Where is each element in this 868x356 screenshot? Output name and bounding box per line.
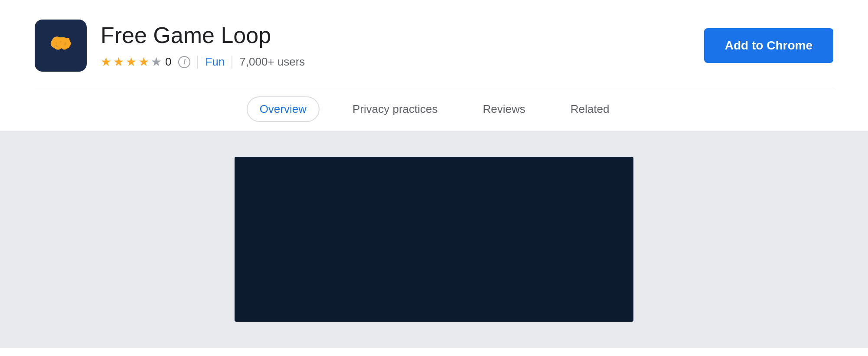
app-icon: ∞: [35, 20, 87, 72]
app-details: Free Game Loop ★ ★ ★ ★ ★ 0 i Fun 7,000+ …: [101, 20, 305, 69]
svg-text:∞: ∞: [52, 30, 69, 56]
nav-tabs: Overview Privacy practices Reviews Relat…: [247, 96, 622, 122]
info-icon[interactable]: i: [178, 56, 190, 68]
star-5: ★: [151, 55, 162, 69]
header: ∞ Free Game Loop ★ ★ ★ ★ ★ 0 i Fun 7,000…: [0, 0, 868, 87]
tab-reviews[interactable]: Reviews: [470, 97, 537, 121]
tab-overview[interactable]: Overview: [247, 96, 320, 122]
star-1: ★: [101, 55, 111, 69]
users-count: 7,000+ users: [239, 55, 305, 69]
star-4: ★: [138, 55, 149, 69]
nav-section: Overview Privacy practices Reviews Relat…: [0, 87, 868, 131]
meta-divider: [197, 56, 198, 69]
app-info: ∞ Free Game Loop ★ ★ ★ ★ ★ 0 i Fun 7,000…: [35, 20, 305, 72]
app-category[interactable]: Fun: [205, 55, 225, 69]
star-3: ★: [126, 55, 137, 69]
star-2: ★: [113, 55, 124, 69]
tab-privacy-practices[interactable]: Privacy practices: [340, 97, 450, 121]
app-meta: ★ ★ ★ ★ ★ 0 i Fun 7,000+ users: [101, 55, 305, 69]
add-to-chrome-button[interactable]: Add to Chrome: [704, 28, 833, 63]
app-logo-svg: ∞: [43, 28, 78, 63]
screenshot-preview: [235, 157, 633, 322]
tab-related[interactable]: Related: [558, 97, 622, 121]
rating-count: 0: [165, 55, 171, 69]
content-section: [0, 131, 868, 348]
meta-divider-2: [232, 56, 232, 69]
app-title: Free Game Loop: [101, 23, 305, 48]
stars-container: ★ ★ ★ ★ ★ 0: [101, 55, 171, 69]
